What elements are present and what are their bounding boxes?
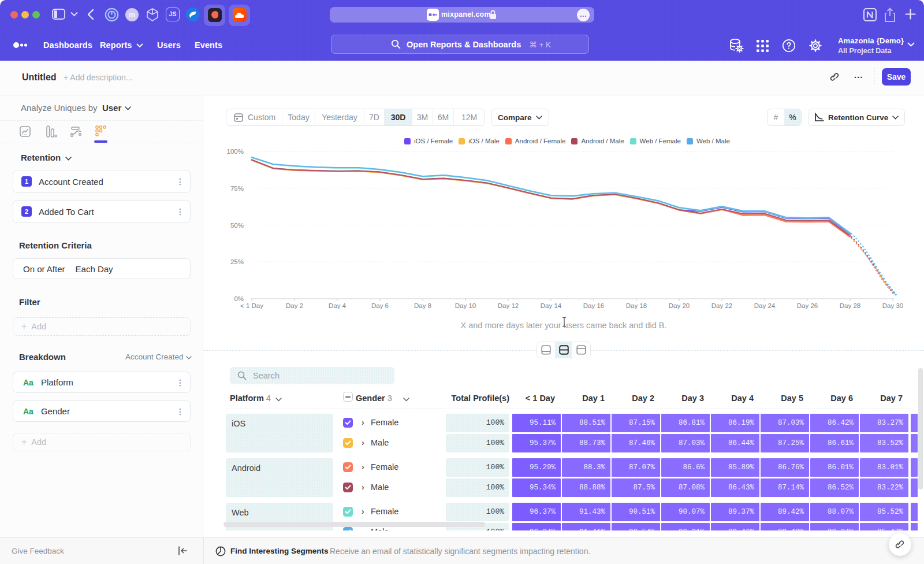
svg-text:Day 16: Day 16: [583, 302, 604, 309]
svg-text:Day 2: Day 2: [286, 302, 303, 309]
svg-text:100%: 100%: [227, 148, 244, 155]
svg-text:Day 24: Day 24: [754, 302, 776, 309]
svg-text:Day 22: Day 22: [711, 302, 732, 309]
svg-text:75%: 75%: [230, 185, 244, 192]
svg-text:Day 30: Day 30: [882, 302, 903, 309]
svg-text:Day 6: Day 6: [371, 302, 389, 309]
svg-text:Day 4: Day 4: [329, 302, 346, 309]
svg-text:Day 28: Day 28: [840, 302, 860, 309]
svg-text:Day 12: Day 12: [498, 302, 519, 309]
svg-text:Day 26: Day 26: [797, 302, 818, 309]
svg-text:Day 10: Day 10: [455, 302, 476, 309]
svg-text:0%: 0%: [234, 295, 244, 302]
svg-text:25%: 25%: [230, 258, 244, 265]
svg-text:Day 14: Day 14: [541, 302, 562, 309]
svg-text:< 1 Day: < 1 Day: [240, 302, 263, 309]
svg-text:50%: 50%: [230, 222, 244, 229]
svg-text:Day 20: Day 20: [669, 302, 690, 309]
svg-text:Day 18: Day 18: [626, 302, 647, 309]
svg-text:Day 8: Day 8: [414, 302, 431, 309]
